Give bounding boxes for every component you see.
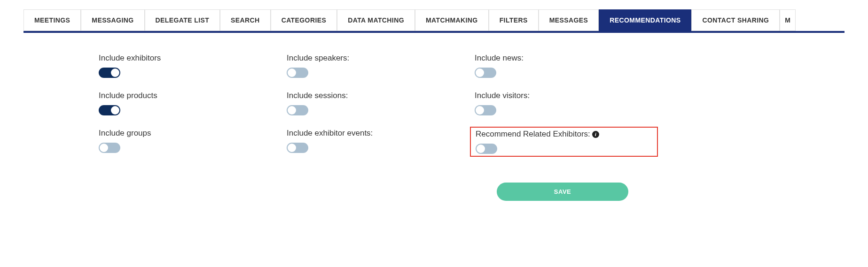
setting-news: Include news:	[470, 52, 658, 80]
tab-delegate-list[interactable]: DELEGATE LIST	[145, 9, 220, 31]
toggle-visitors[interactable]	[475, 105, 496, 115]
toggle-groups[interactable]	[99, 143, 120, 153]
setting-label-exhibitors: Include exhibitors	[99, 53, 277, 63]
setting-label-products: Include products	[99, 91, 277, 100]
tab-contact-sharing[interactable]: CONTACT SHARING	[691, 9, 780, 31]
setting-sessions: Include sessions:	[282, 89, 470, 117]
tab-messages[interactable]: MESSAGES	[539, 9, 599, 31]
tab-filters[interactable]: FILTERS	[489, 9, 539, 31]
setting-label-visitors: Include visitors:	[475, 91, 653, 100]
setting-label-speakers: Include speakers:	[287, 53, 465, 63]
save-button[interactable]: SAVE	[497, 183, 628, 201]
info-icon[interactable]: i	[592, 131, 599, 138]
settings-grid: Include exhibitors Include speakers: Inc…	[23, 52, 845, 157]
tab-search[interactable]: SEARCH	[220, 9, 271, 31]
tab-data-matching[interactable]: DATA MATCHING	[337, 9, 415, 31]
button-row: SAVE	[23, 183, 845, 201]
setting-label-related-text: Recommend Related Exhibitors:	[476, 130, 590, 139]
toggle-speakers[interactable]	[287, 68, 308, 78]
tab-matchmaking[interactable]: MATCHMAKING	[415, 9, 489, 31]
setting-groups: Include groups	[94, 127, 282, 157]
toggle-related-exhibitors[interactable]	[476, 144, 497, 154]
tab-overflow[interactable]: M	[780, 9, 796, 31]
setting-label-groups: Include groups	[99, 129, 277, 138]
setting-visitors: Include visitors:	[470, 89, 658, 117]
toggle-products[interactable]	[99, 105, 120, 115]
tab-recommendations[interactable]: RECOMMENDATIONS	[599, 9, 691, 31]
setting-speakers: Include speakers:	[282, 52, 470, 80]
tab-messaging[interactable]: MESSAGING	[81, 9, 144, 31]
setting-label-related-exhibitors: Recommend Related Exhibitors: i	[476, 130, 652, 139]
setting-label-news: Include news:	[475, 53, 653, 63]
tab-meetings[interactable]: MEETINGS	[23, 9, 81, 31]
setting-label-sessions: Include sessions:	[287, 91, 465, 100]
setting-exhibitors: Include exhibitors	[94, 52, 282, 80]
toggle-news[interactable]	[475, 68, 496, 78]
setting-products: Include products	[94, 89, 282, 117]
toggle-exhibitor-events[interactable]	[287, 143, 308, 153]
setting-related-exhibitors: Recommend Related Exhibitors: i	[470, 127, 658, 157]
tab-bar: MEETINGSMESSAGINGDELEGATE LISTSEARCHCATE…	[23, 9, 845, 33]
tab-categories[interactable]: CATEGORIES	[271, 9, 337, 31]
toggle-exhibitors[interactable]	[99, 68, 120, 78]
toggle-sessions[interactable]	[287, 105, 308, 115]
setting-label-exhibitor-events: Include exhibitor events:	[287, 129, 465, 138]
setting-exhibitor-events: Include exhibitor events:	[282, 127, 470, 157]
